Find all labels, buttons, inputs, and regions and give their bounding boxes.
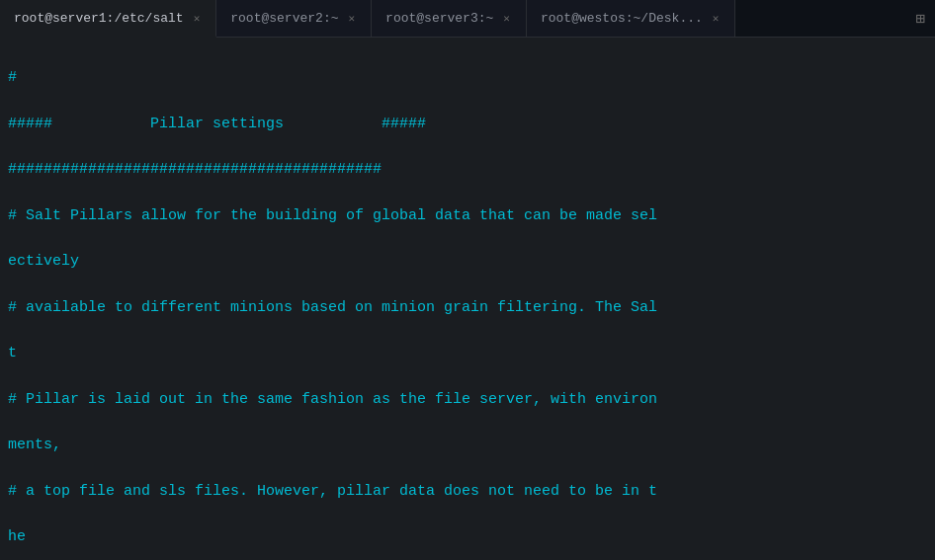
tab-label: root@server1:/etc/salt (14, 11, 184, 26)
tab-server3[interactable]: root@server3:~ ✕ (372, 0, 527, 37)
tab-westos[interactable]: root@westos:~/Desk... ✕ (527, 0, 735, 37)
tab-close-3[interactable]: ✕ (501, 11, 512, 26)
line-2: ##### Pillar settings ##### (8, 113, 927, 135)
line-11: he (8, 525, 927, 548)
new-tab-icon: ⊞ (915, 9, 925, 29)
tab-close-4[interactable]: ✕ (711, 11, 722, 26)
tab-server1[interactable]: root@server1:/etc/salt ✕ (0, 0, 216, 38)
tab-close-1[interactable]: ✕ (192, 11, 203, 26)
terminal-content[interactable]: # ##### Pillar settings ##### ##########… (0, 38, 935, 560)
tab-bar: root@server1:/etc/salt ✕ root@server2:~ … (0, 0, 935, 38)
line-7: t (8, 342, 927, 364)
new-tab-button[interactable]: ⊞ (905, 0, 935, 37)
tab-label: root@server2:~ (230, 11, 338, 26)
line-5: ectively (8, 250, 927, 273)
line-6: # available to different minions based o… (8, 296, 927, 319)
line-1: # (8, 66, 927, 89)
tab-server2[interactable]: root@server2:~ ✕ (216, 0, 372, 37)
tab-label: root@server3:~ (385, 11, 493, 26)
line-3: ########################################… (8, 158, 927, 181)
line-8: # Pillar is laid out in the same fashion… (8, 388, 927, 411)
line-10: # a top file and sls files. However, pil… (8, 480, 927, 503)
tab-close-2[interactable]: ✕ (346, 11, 357, 26)
line-9: ments, (8, 434, 927, 456)
line-4: # Salt Pillars allow for the building of… (8, 204, 927, 227)
tab-label: root@westos:~/Desk... (541, 11, 703, 26)
